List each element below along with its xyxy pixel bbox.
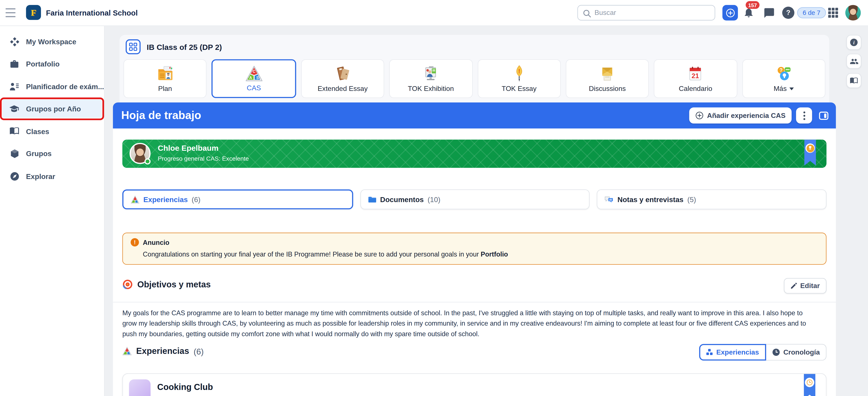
extended-essay-icon	[334, 65, 351, 83]
program-tab-label: CAS	[247, 84, 261, 92]
chat-notes-icon	[605, 195, 614, 204]
faria-logo[interactable]: F	[26, 5, 41, 20]
alert-icon: !	[130, 238, 139, 246]
goals-body: My goals for the CAS programme are to le…	[122, 308, 810, 339]
program-tab-label: Plan	[158, 85, 172, 92]
program-tab-tok-essay[interactable]: ! TOK Essay	[477, 59, 561, 98]
tok-exhibition-icon	[422, 65, 440, 83]
sidebar-item-grupos[interactable]: Grupos	[0, 143, 104, 165]
user-avatar[interactable]	[845, 5, 861, 21]
student-progress-label: Progreso general CAS: Excelente	[158, 155, 249, 162]
plus-circle-icon	[725, 7, 736, 18]
student-avatar[interactable]	[129, 143, 150, 164]
add-cas-experience-button[interactable]: Añadir experiencia CAS	[689, 108, 792, 123]
handbook-rail-button[interactable]	[846, 73, 861, 88]
edit-goals-button[interactable]: Editar	[784, 278, 827, 294]
program-tabs: Plan CAS CAS Extended Essay TOK Exhibiti…	[123, 59, 825, 98]
apps-grid-button[interactable]	[828, 8, 838, 20]
sidebar-item-label: Grupos por Año	[26, 105, 81, 113]
discussions-icon	[598, 65, 616, 83]
people-icon	[849, 57, 858, 66]
experience-title: Cooking Club	[157, 382, 213, 392]
experience-card[interactable]: Cooking Club	[122, 373, 827, 396]
help-button[interactable]: ?	[782, 7, 794, 19]
experience-thumbnail	[129, 379, 151, 396]
main-area: IB Class of 25 (DP 2) Plan CAS CAS Exten…	[105, 26, 868, 396]
sidebar-item-label: Planificador de exám...	[26, 83, 104, 91]
progress-pill[interactable]: 6 de 7	[797, 7, 826, 18]
svg-text:S: S	[256, 75, 258, 80]
svg-text:A: A	[249, 75, 252, 80]
svg-text:i: i	[853, 40, 855, 45]
experiences-heading: Experiencias	[136, 346, 189, 356]
sidebar-item-explorar[interactable]: Explorar	[0, 165, 104, 187]
program-tab-label: TOK Essay	[501, 85, 536, 92]
sidebar-item-grupos-por-ano[interactable]: Grupos por Año	[0, 98, 104, 120]
pencil-icon	[790, 282, 797, 289]
search-box[interactable]	[577, 5, 715, 21]
exam-planner-icon	[9, 82, 20, 92]
program-tab-label: TOK Exhibition	[408, 85, 454, 92]
tab-documentos[interactable]: Documentos (10)	[360, 189, 590, 209]
sidebar-item-portafolio[interactable]: Portafolio	[0, 53, 104, 75]
grid-icon	[828, 8, 838, 18]
tab-notas-y-entrevistas[interactable]: Notas y entrevistas (5)	[597, 189, 827, 209]
question-mark-icon: ?	[786, 9, 790, 17]
tab-count: (5)	[687, 195, 696, 204]
quick-add-button[interactable]	[722, 5, 738, 21]
sidebar-item-label: Grupos	[26, 150, 52, 158]
hamburger-menu-icon[interactable]	[6, 8, 16, 17]
toggle-experiencias-button[interactable]: Experiencias	[699, 344, 766, 361]
tab-count: (10)	[428, 195, 440, 204]
section-divider	[113, 302, 836, 303]
caret-down-icon	[789, 87, 794, 90]
sidebar-item-label: Clases	[26, 127, 50, 135]
program-tab-extended-essay[interactable]: Extended Essay	[301, 59, 384, 98]
worksheet-menu-button[interactable]	[796, 108, 812, 123]
program-tab-tok-exhibition[interactable]: TOK Exhibition	[389, 59, 473, 98]
program-tab-discussions[interactable]: Discussions	[566, 59, 649, 98]
notifications-button[interactable]: 157	[743, 6, 756, 21]
open-book-icon	[9, 126, 20, 136]
info-rail-button[interactable]: i	[846, 35, 861, 50]
sidebar-item-my-workspace[interactable]: My Workspace	[0, 30, 104, 53]
breadcrumb: IB Class of 25 (DP 2)	[126, 39, 222, 54]
right-rail: i	[836, 26, 868, 396]
content-tabs: Experiencias (6) Documentos (10) Notas y…	[122, 189, 827, 209]
tab-count: (6)	[192, 195, 200, 204]
sidebar: My Workspace Portafolio Planificador de …	[0, 26, 105, 396]
school-name: Faria International School	[46, 0, 138, 26]
online-status-dot	[144, 158, 150, 164]
program-tab-label: Discussions	[589, 85, 626, 92]
cas-mini-icon	[122, 347, 132, 356]
program-tab-plan[interactable]: Plan	[123, 59, 207, 98]
worksheet-banner: Hoja de trabajo Añadir experiencia CAS	[113, 102, 836, 129]
program-header-panel: IB Class of 25 (DP 2) Plan CAS CAS Exten…	[120, 35, 829, 102]
notification-badge: 157	[746, 1, 760, 9]
program-grid-button[interactable]	[126, 39, 141, 54]
blocks-icon	[706, 349, 713, 356]
search-input[interactable]	[578, 6, 715, 20]
svg-text:21: 21	[692, 72, 699, 80]
messages-button[interactable]	[763, 7, 775, 21]
view-toggle: Experiencias Cronología	[699, 344, 826, 361]
toggle-side-panel-button[interactable]	[819, 111, 829, 120]
announcement-box: ! Anuncio Congratulations on starting yo…	[122, 233, 827, 265]
goals-heading: Objetivos y metas	[137, 279, 211, 290]
toggle-cronologia-button[interactable]: Cronología	[766, 344, 827, 361]
plus-circle-icon	[695, 112, 704, 120]
sidebar-item-clases[interactable]: Clases	[0, 120, 104, 143]
program-tab-cas[interactable]: CAS CAS	[212, 59, 296, 98]
members-rail-button[interactable]	[846, 54, 861, 69]
briefcase-icon	[9, 59, 20, 69]
worksheet-title: Hoja de trabajo	[121, 109, 202, 122]
announcement-title: Anuncio	[143, 238, 169, 246]
workspace-icon	[9, 37, 20, 47]
tab-experiencias[interactable]: Experiencias (6)	[122, 189, 353, 209]
compass-icon	[9, 171, 20, 181]
experiences-section-header: Experiencias (6) Experiencias Cronología	[122, 345, 827, 362]
program-tab-calendario[interactable]: 21 Calendario	[654, 59, 737, 98]
sidebar-item-exam-planner[interactable]: Planificador de exám...	[0, 75, 104, 98]
graduation-cap-icon	[9, 104, 20, 114]
program-tab-mas[interactable]: ? Más	[742, 59, 826, 98]
